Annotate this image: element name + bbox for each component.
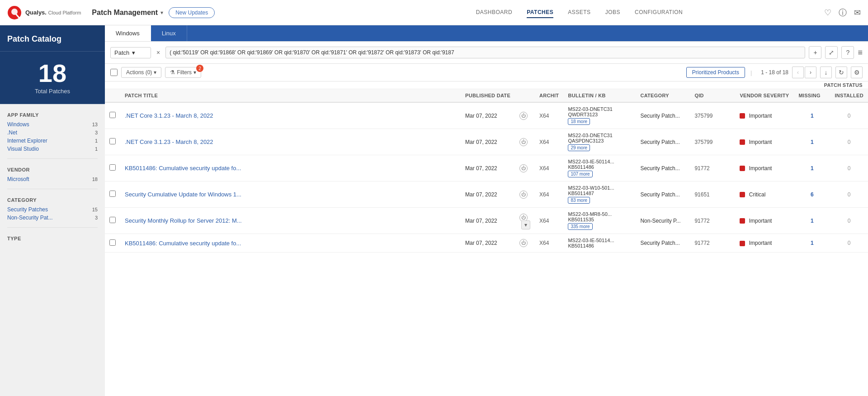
row-checkbox-5[interactable] [105, 234, 120, 253]
user-icon[interactable]: ♡ [824, 8, 831, 18]
settings-button[interactable]: ⚙ [851, 67, 863, 78]
vendor-title: VENDOR [7, 167, 98, 172]
chevron-down-icon[interactable]: ▾ [160, 10, 163, 16]
row-category-0: Security Patch... [636, 102, 690, 129]
col-header-installed: INSTALLED [830, 89, 868, 102]
row-arch-2: X64 [535, 155, 563, 181]
tab-windows[interactable]: Windows [105, 25, 151, 41]
row-power-3[interactable]: ⏻ [515, 181, 535, 208]
sidebar: Patch Catalog 18 Total Patches APP FAMIL… [0, 25, 105, 396]
nav-item-patches[interactable]: PATCHES [527, 7, 553, 18]
row-severity-1: Important [735, 129, 794, 155]
next-page-button[interactable]: › [805, 67, 816, 78]
chevron-down-icon: ▾ [154, 69, 156, 76]
type-section: TYPE [0, 231, 105, 246]
col-header-severity: VENDOR SEVERITY [735, 89, 794, 102]
table-row: KB5011486: Cumulative security update fo… [105, 155, 868, 181]
pagination-buttons: ‹ › [792, 67, 816, 78]
row-bulletin-2: MS22-03-IE-50114... KB5011486 107 more [563, 155, 636, 181]
row-power-5[interactable]: ⏻ [515, 234, 535, 253]
row-installed-3: 0 [830, 181, 868, 208]
type-title: TYPE [7, 236, 98, 241]
main-nav: DASHBOARD PATCHES ASSETS JOBS CONFIGURAT… [476, 7, 683, 18]
row-date-5: Mar 07, 2022 [461, 234, 515, 253]
nav-item-configuration[interactable]: CONFIGURATION [635, 7, 683, 18]
filter-windows[interactable]: Windows 13 [7, 120, 98, 129]
search-bar: Patch ▾ × ( qid:'50119' OR qid:'91868' O… [105, 42, 868, 64]
row-power-2[interactable]: ⏻ [515, 155, 535, 181]
row-checkbox-0[interactable] [105, 102, 120, 129]
divider-3 [7, 227, 98, 228]
chevron-down-icon: ▾ [193, 69, 196, 76]
add-query-button[interactable]: + [809, 46, 821, 59]
filter-badge: 2 [196, 65, 203, 72]
col-header-arch: ARCHIT [535, 89, 563, 102]
table-row: KB5011486: Cumulative security update fo… [105, 234, 868, 253]
table-row: Security Monthly Rollup for Server 2012:… [105, 208, 868, 234]
row-checkbox-4[interactable] [105, 208, 120, 234]
prev-page-button[interactable]: ‹ [792, 67, 804, 78]
download-button[interactable]: ↓ [820, 67, 832, 78]
search-query-text: ( qid:'50119' OR qid:'91868' OR qid:'918… [170, 49, 454, 56]
table-row: .NET Core 3.1.23 - March 8, 2022 Mar 07,… [105, 102, 868, 129]
row-missing-5: 1 [794, 234, 830, 253]
filter-ie[interactable]: Internet Explorer 1 [7, 137, 98, 145]
filter-dotnet[interactable]: .Net 3 [7, 129, 98, 137]
app-title: Patch Management [92, 9, 158, 17]
row-severity-2: Important [735, 155, 794, 181]
row-checkbox-3[interactable] [105, 181, 120, 208]
row-arch-0: X64 [535, 102, 563, 129]
row-missing-3: 6 [794, 181, 830, 208]
sidebar-filters: APP FAMILY Windows 13 .Net 3 Internet Ex… [0, 104, 105, 396]
expand-query-button[interactable]: ⤢ [825, 46, 838, 59]
row-severity-3: Critical [735, 181, 794, 208]
new-updates-button[interactable]: New Updates [169, 7, 215, 18]
row-qid-0: 375799 [690, 102, 735, 129]
row-date-1: Mar 07, 2022 [461, 129, 515, 155]
row-arch-3: X64 [535, 181, 563, 208]
search-query-box[interactable]: ( qid:'50119' OR qid:'91868' OR qid:'918… [165, 47, 805, 58]
row-date-0: Mar 07, 2022 [461, 102, 515, 129]
col-header-category: CATEGORY [636, 89, 690, 102]
search-filter-select[interactable]: Patch ▾ [110, 47, 151, 58]
nav-item-dashboard[interactable]: DASHBOARD [476, 7, 513, 18]
row-power-0[interactable]: ⏻ [515, 102, 535, 129]
tab-linux[interactable]: Linux [151, 25, 187, 41]
refresh-button[interactable]: ↻ [835, 67, 847, 78]
prioritized-products-button[interactable]: Prioritized Products [686, 67, 745, 78]
filter-microsoft[interactable]: Microsoft 18 [7, 175, 98, 183]
actions-button[interactable]: Actions (0) ▾ [121, 67, 161, 78]
help-icon[interactable]: ⓘ [839, 7, 847, 18]
table-row: .NET Core 3.1.23 - March 8, 2022 Mar 07,… [105, 129, 868, 155]
row-category-2: Security Patch... [636, 155, 690, 181]
row-power-4[interactable]: ⏻ ▾ [515, 208, 535, 234]
top-header: Qualys. Cloud Platform Patch Management … [0, 0, 868, 25]
row-severity-4: Important [735, 208, 794, 234]
filter-security-patches[interactable]: Security Patches 15 [7, 205, 98, 214]
row-category-3: Security Patch... [636, 181, 690, 208]
main-layout: Patch Catalog 18 Total Patches APP FAMIL… [0, 25, 868, 396]
help-query-button[interactable]: ? [841, 46, 854, 59]
more-options-icon[interactable]: ≡ [858, 48, 863, 57]
row-checkbox-1[interactable] [105, 129, 120, 155]
table-row: Security Cumulative Update for Windows 1… [105, 181, 868, 208]
patch-table: PATCH TITLE PUBLISHED DATE ARCHIT BULLET… [105, 89, 868, 253]
nav-item-jobs[interactable]: JOBS [605, 7, 620, 18]
nav-item-assets[interactable]: ASSETS [568, 7, 590, 18]
tabs-bar: Windows Linux [105, 25, 868, 42]
row-power-1[interactable]: ⏻ [515, 129, 535, 155]
filter-vs[interactable]: Visual Studio 1 [7, 145, 98, 153]
filter-non-security[interactable]: Non-Security Pat... 3 [7, 214, 98, 222]
mail-icon[interactable]: ✉ [854, 8, 861, 18]
select-all-checkbox[interactable] [110, 69, 118, 76]
row-checkbox-2[interactable] [105, 155, 120, 181]
logo-text: Qualys. Cloud Platform [25, 9, 81, 16]
row-bulletin-5: MS22-03-IE-50114... KB5011486 [563, 234, 636, 253]
search-clear-button[interactable]: × [155, 48, 162, 57]
filters-button[interactable]: ⚗ Filters 2 ▾ [165, 67, 201, 78]
row-qid-3: 91651 [690, 181, 735, 208]
row-bulletin-4: MS22-03-MR8-50... KB5011535 335 more [563, 208, 636, 234]
category-section: CATEGORY Security Patches 15 Non-Securit… [0, 193, 105, 224]
col-header-title: PATCH TITLE [120, 89, 461, 102]
row-bulletin-0: MS22-03-DNETC31 QWDRT3123 18 more [563, 102, 636, 129]
